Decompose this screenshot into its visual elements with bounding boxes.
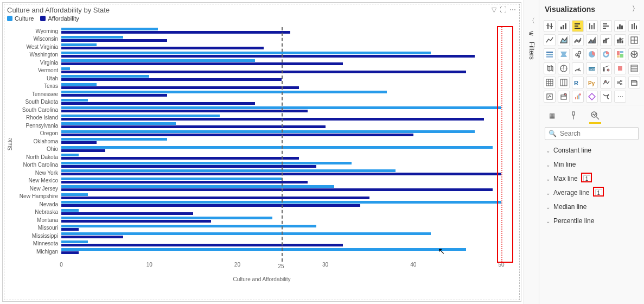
bar-culture[interactable] — [61, 209, 79, 212]
viz-type-icon[interactable] — [628, 48, 640, 60]
viz-type-icon[interactable] — [600, 48, 612, 60]
bar-affordability[interactable] — [61, 39, 167, 42]
bar-affordability[interactable] — [61, 157, 299, 160]
viz-type-icon[interactable] — [600, 77, 612, 88]
bar-culture[interactable] — [61, 193, 88, 196]
bar-affordability[interactable] — [61, 94, 167, 97]
bar-culture[interactable] — [61, 248, 466, 251]
bar-culture[interactable] — [61, 75, 149, 78]
bar-culture[interactable] — [61, 67, 70, 70]
viz-type-icon[interactable] — [544, 48, 556, 60]
bar-culture[interactable] — [61, 146, 493, 149]
bar-affordability[interactable] — [61, 149, 105, 152]
bar-affordability[interactable] — [61, 78, 282, 81]
bar-affordability[interactable] — [61, 228, 79, 231]
viz-type-icon[interactable] — [558, 62, 570, 74]
viz-type-icon[interactable] — [600, 34, 612, 46]
format-tab-icon[interactable] — [568, 110, 579, 122]
bar-culture[interactable] — [61, 138, 167, 141]
bar-affordability[interactable] — [61, 71, 466, 73]
bar-affordability[interactable] — [61, 118, 484, 121]
bar-culture[interactable] — [61, 83, 97, 86]
viz-type-icon[interactable] — [628, 77, 640, 88]
viz-type-icon[interactable] — [544, 20, 556, 32]
bar-culture[interactable] — [61, 225, 316, 227]
bar-culture[interactable] — [61, 99, 88, 102]
viz-type-icon[interactable] — [572, 34, 584, 46]
viz-type-icon[interactable] — [544, 62, 556, 74]
viz-type-icon[interactable] — [600, 62, 612, 74]
viz-type-icon[interactable] — [600, 20, 612, 32]
chart-visual[interactable]: Culture and Affordability by State ▽ ⛶ ⋯… — [2, 2, 521, 302]
bar-culture[interactable] — [61, 122, 176, 125]
bar-culture[interactable] — [61, 28, 158, 30]
viz-type-icon[interactable]: 123 — [586, 62, 598, 74]
viz-type-icon[interactable] — [586, 34, 598, 46]
visualizations-header[interactable]: Visualizations 〉 — [539, 0, 644, 18]
bar-culture[interactable] — [61, 43, 97, 46]
constant-line-row[interactable]: ⌄ Constant line — [545, 143, 639, 157]
bar-affordability[interactable] — [61, 102, 255, 105]
viz-type-icon[interactable] — [572, 91, 584, 103]
viz-type-icon[interactable] — [614, 62, 626, 74]
bar-culture[interactable] — [61, 232, 431, 235]
bar-culture[interactable] — [61, 217, 272, 219]
bar-culture[interactable] — [61, 240, 88, 243]
viz-type-icon[interactable] — [586, 20, 598, 32]
percentile-line-row[interactable]: ⌄ Percentile line — [545, 214, 639, 228]
bar-affordability[interactable] — [61, 204, 360, 207]
bar-affordability[interactable] — [61, 165, 316, 168]
viz-type-icon[interactable] — [628, 20, 640, 32]
bar-culture[interactable] — [61, 52, 431, 54]
viz-type-icon[interactable] — [558, 34, 570, 46]
min-line-row[interactable]: ⌄ Min line — [545, 157, 639, 172]
bar-culture[interactable] — [61, 178, 282, 180]
bar-affordability[interactable] — [61, 251, 79, 254]
filters-funnel-icon[interactable]: ⚟ — [528, 30, 534, 37]
viz-type-icon[interactable] — [614, 34, 626, 46]
viz-type-icon[interactable] — [600, 91, 612, 103]
median-line-row[interactable]: ⌄ Median line — [545, 200, 639, 214]
more-options-icon[interactable]: ⋯ — [509, 6, 517, 14]
analytics-tab-icon[interactable] — [589, 110, 601, 122]
bar-culture[interactable] — [61, 169, 396, 172]
viz-type-icon[interactable] — [586, 48, 598, 60]
bar-affordability[interactable] — [61, 110, 308, 112]
bar-affordability[interactable] — [61, 47, 264, 49]
bar-culture[interactable] — [61, 36, 123, 39]
viz-type-icon[interactable] — [558, 48, 570, 60]
viz-type-icon[interactable] — [614, 77, 626, 88]
search-box[interactable]: 🔍 — [545, 127, 639, 140]
bar-affordability[interactable] — [61, 181, 308, 183]
bar-affordability[interactable] — [61, 55, 475, 58]
bar-affordability[interactable] — [61, 141, 97, 144]
search-input[interactable] — [560, 130, 641, 137]
viz-type-icon[interactable] — [572, 20, 584, 32]
expand-filters-icon[interactable]: 〈 — [528, 16, 535, 26]
collapse-visualizations-icon[interactable]: 〉 — [632, 4, 639, 14]
bar-culture[interactable] — [61, 154, 79, 156]
bar-culture[interactable] — [61, 115, 220, 117]
bar-affordability[interactable] — [61, 212, 193, 215]
bar-affordability[interactable] — [61, 236, 123, 238]
bar-affordability[interactable] — [61, 86, 299, 89]
bar-affordability[interactable] — [61, 197, 369, 199]
legend-item-affordability[interactable]: Affordability — [40, 15, 79, 22]
viz-type-icon[interactable] — [558, 91, 570, 103]
bar-affordability[interactable] — [61, 188, 493, 191]
bar-affordability[interactable] — [61, 244, 343, 246]
plot-area[interactable]: WyomingWisconsinWest VirginiaWashingtonV… — [61, 27, 501, 262]
max-line-row[interactable]: ⌄ Max line 1 — [545, 172, 639, 186]
viz-type-icon[interactable] — [614, 48, 626, 60]
bar-affordability[interactable] — [61, 62, 343, 65]
average-line-row[interactable]: ⌄ Average line 1 — [545, 186, 639, 200]
bar-affordability[interactable] — [61, 31, 290, 34]
viz-type-icon[interactable]: ⋯ — [614, 91, 626, 103]
bar-culture[interactable] — [61, 130, 475, 133]
viz-type-icon[interactable] — [628, 34, 640, 46]
viz-type-icon[interactable] — [614, 20, 626, 32]
focus-mode-icon[interactable]: ⛶ — [500, 6, 506, 14]
filter-icon[interactable]: ▽ — [492, 6, 496, 14]
viz-type-icon[interactable] — [558, 20, 570, 32]
bar-affordability[interactable] — [61, 134, 413, 136]
